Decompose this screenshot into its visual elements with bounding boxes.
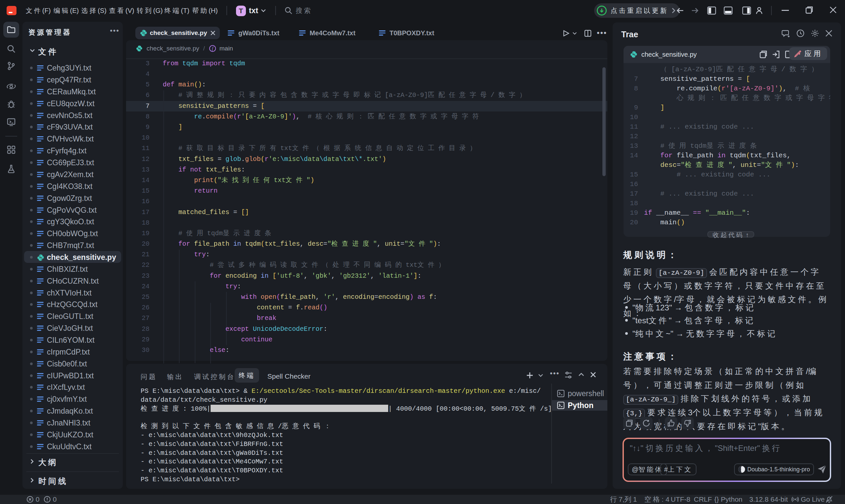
svg-text:f: f (212, 46, 214, 51)
